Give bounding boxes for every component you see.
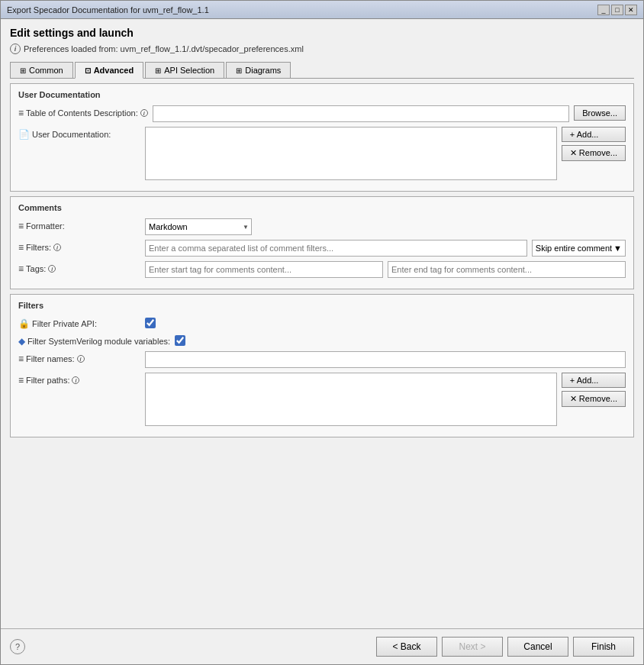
filter-paths-label: ≡ Filter paths: i bbox=[18, 373, 140, 386]
bottom-buttons: < Back Next > Cancel Finish bbox=[376, 637, 634, 657]
tags-info-badge: i bbox=[48, 265, 56, 273]
filter-paths-textarea[interactable] bbox=[145, 373, 557, 426]
start-tag-input[interactable] bbox=[145, 261, 383, 278]
filter-names-row: ≡ Filter names: i bbox=[18, 351, 626, 368]
filters-title: Filters bbox=[18, 301, 626, 310]
tags-label-text: Tags: bbox=[26, 264, 46, 273]
filters-section: Filters 🔒 Filter Private API: ◆ Filter S… bbox=[10, 294, 634, 437]
title-bar: Export Specador Documentation for uvm_re… bbox=[1, 1, 643, 19]
skip-wrapper: Skip entire comment ▼ bbox=[532, 240, 626, 257]
comment-filters-label-text: Filters: bbox=[26, 243, 51, 252]
filter-sv-checkbox[interactable] bbox=[175, 335, 185, 346]
comments-title: Comments bbox=[18, 203, 626, 212]
user-doc-textarea[interactable] bbox=[145, 127, 557, 180]
filter-sv-row: ◆ Filter SystemVerilog module variables: bbox=[18, 334, 626, 347]
filter-paths-buttons: + Add... ✕ Remove... bbox=[562, 373, 626, 407]
filter-names-info-badge: i bbox=[77, 355, 85, 363]
main-content: Edit settings and launch i Preferences l… bbox=[1, 19, 643, 628]
filter-names-label-text: Filter names: bbox=[26, 354, 75, 363]
toc-label-text: Table of Contents Description: bbox=[26, 108, 138, 118]
user-doc-label-text: User Documentation: bbox=[32, 130, 111, 139]
skip-label: Skip entire comment bbox=[536, 244, 612, 253]
tab-api-selection[interactable]: ⊞ API Selection bbox=[145, 62, 224, 78]
formatter-label-text: Formatter: bbox=[26, 221, 65, 231]
comment-filter-input[interactable] bbox=[145, 240, 527, 257]
toc-label: ≡ Table of Contents Description: i bbox=[18, 105, 148, 118]
filter-names-input[interactable] bbox=[145, 351, 626, 368]
user-doc-icon: 📄 bbox=[18, 129, 30, 140]
filter-paths-icon: ≡ bbox=[18, 375, 24, 386]
info-text: Preferences loaded from: uvm_ref_flow_1.… bbox=[24, 44, 304, 53]
info-icon: i bbox=[10, 44, 21, 54]
sv-icon: ◆ bbox=[18, 336, 25, 347]
filter-names-icon: ≡ bbox=[18, 353, 24, 364]
finish-button[interactable]: Finish bbox=[573, 637, 634, 657]
formatter-icon: ≡ bbox=[18, 221, 24, 231]
tab-common[interactable]: ⊞ Common bbox=[10, 62, 73, 78]
tab-api-label: API Selection bbox=[164, 66, 214, 75]
user-doc-label: 📄 User Documentation: bbox=[18, 127, 140, 140]
user-doc-row: 📄 User Documentation: + Add... ✕ Remove.… bbox=[18, 127, 626, 180]
comments-section: Comments ≡ Formatter: Markdown Plain Tex… bbox=[10, 196, 634, 289]
user-documentation-section: User Documentation ≡ Table of Contents D… bbox=[10, 83, 634, 192]
comment-filter-inputs: Skip entire comment ▼ bbox=[145, 240, 626, 257]
page-title: Edit settings and launch bbox=[10, 27, 634, 39]
tab-bar: ⊞ Common ⊡ Advanced ⊞ API Selection ⊞ Di… bbox=[10, 62, 634, 79]
filter-sv-label: ◆ Filter SystemVerilog module variables: bbox=[18, 334, 170, 347]
toc-browse-button[interactable]: Browse... bbox=[574, 105, 626, 121]
tab-diagrams[interactable]: ⊞ Diagrams bbox=[226, 62, 291, 78]
filter-private-api-label: 🔒 Filter Private API: bbox=[18, 316, 140, 329]
filter-private-api-label-text: Filter Private API: bbox=[32, 319, 97, 328]
api-tab-icon: ⊞ bbox=[155, 66, 161, 75]
formatter-select[interactable]: Markdown Plain Text HTML bbox=[145, 218, 252, 235]
comment-filters-label: ≡ Filters: i bbox=[18, 240, 140, 253]
tab-advanced[interactable]: ⊡ Advanced bbox=[75, 62, 144, 79]
formatter-row: ≡ Formatter: Markdown Plain Text HTML bbox=[18, 218, 626, 235]
toc-icon: ≡ bbox=[18, 108, 24, 118]
user-doc-buttons: + Add... ✕ Remove... bbox=[562, 127, 626, 161]
tab-diagrams-label: Diagrams bbox=[245, 66, 281, 75]
end-tag-input[interactable] bbox=[388, 261, 626, 278]
filter-private-api-checkbox[interactable] bbox=[145, 318, 156, 328]
close-button[interactable]: ✕ bbox=[625, 5, 637, 15]
comment-filters-row: ≡ Filters: i Skip entire comment ▼ bbox=[18, 240, 626, 257]
minimize-button[interactable]: _ bbox=[597, 5, 610, 15]
filter-paths-info-badge: i bbox=[72, 376, 79, 384]
formatter-label: ≡ Formatter: bbox=[18, 218, 140, 231]
filter-private-api-row: 🔒 Filter Private API: bbox=[18, 316, 626, 329]
filter-paths-row: ≡ Filter paths: i + Add... ✕ Remove... bbox=[18, 373, 626, 426]
toc-buttons: Browse... bbox=[574, 105, 626, 121]
user-documentation-title: User Documentation bbox=[18, 90, 626, 99]
window-title: Export Specador Documentation for uvm_re… bbox=[7, 5, 209, 15]
filter-sv-label-text: Filter SystemVerilog module variables: bbox=[27, 337, 170, 346]
next-button[interactable]: Next > bbox=[442, 637, 503, 657]
tab-common-label: Common bbox=[29, 66, 63, 75]
user-doc-remove-button[interactable]: ✕ Remove... bbox=[562, 145, 626, 161]
filters-icon: ≡ bbox=[18, 242, 24, 253]
filter-paths-label-text: Filter paths: bbox=[26, 376, 69, 385]
filter-names-label: ≡ Filter names: i bbox=[18, 351, 140, 364]
info-line: i Preferences loaded from: uvm_ref_flow_… bbox=[10, 44, 634, 54]
maximize-button[interactable]: □ bbox=[611, 5, 623, 15]
filter-paths-remove-button[interactable]: ✕ Remove... bbox=[562, 391, 626, 407]
toc-row: ≡ Table of Contents Description: i Brows… bbox=[18, 105, 626, 122]
title-bar-buttons: _ □ ✕ bbox=[597, 5, 637, 15]
toc-info-badge: i bbox=[140, 109, 148, 117]
cancel-button[interactable]: Cancel bbox=[507, 637, 568, 657]
toc-input[interactable] bbox=[153, 105, 569, 122]
user-doc-add-button[interactable]: + Add... bbox=[562, 127, 626, 142]
diagrams-tab-icon: ⊞ bbox=[236, 66, 242, 75]
filter-paths-add-button[interactable]: + Add... bbox=[562, 373, 626, 388]
filters-info-badge: i bbox=[53, 244, 61, 251]
tab-advanced-label: Advanced bbox=[94, 66, 134, 75]
help-button[interactable]: ? bbox=[10, 639, 25, 654]
private-api-icon: 🔒 bbox=[18, 318, 30, 329]
tag-inputs bbox=[145, 261, 626, 278]
tags-icon: ≡ bbox=[18, 263, 24, 274]
back-button[interactable]: < Back bbox=[376, 637, 437, 657]
bottom-bar: ? < Back Next > Cancel Finish bbox=[1, 628, 643, 664]
tags-label: ≡ Tags: i bbox=[18, 261, 140, 274]
common-tab-icon: ⊞ bbox=[20, 66, 26, 75]
main-window: Export Specador Documentation for uvm_re… bbox=[0, 0, 644, 665]
formatter-select-wrapper: Markdown Plain Text HTML bbox=[145, 218, 252, 235]
